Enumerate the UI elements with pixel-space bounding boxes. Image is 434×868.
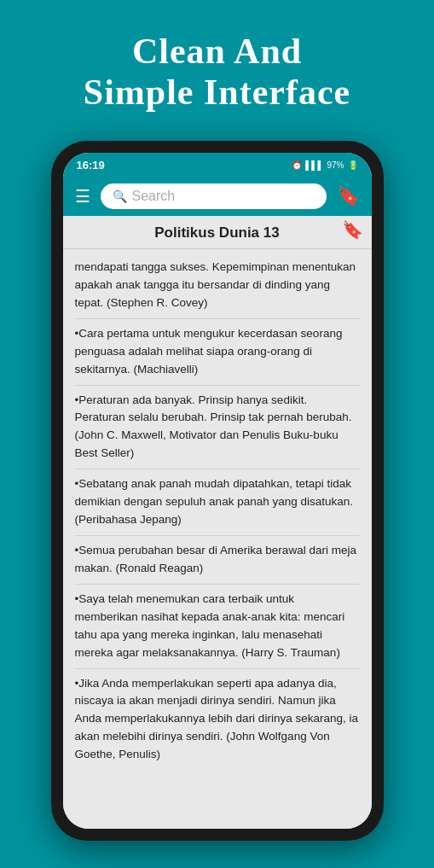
phone-screen: 16:19 ⏰ ▌▌▌ 97% 🔋 ☰ 🔍 Search 🔖 🔖 Politik… xyxy=(63,153,372,829)
top-bar: ☰ 🔍 Search 🔖 xyxy=(63,177,372,216)
status-icons: ⏰ ▌▌▌ 97% 🔋 xyxy=(292,160,357,170)
quotes-list: mendapati tangga sukses. Kepemimpinan me… xyxy=(63,249,372,814)
quote-item: •Semua perubahan besar di Amerika berawa… xyxy=(75,536,360,585)
content-area: 🔖 Politikus Dunia 13 mendapati tangga su… xyxy=(63,216,372,829)
book-title: Politikus Dunia 13 xyxy=(63,216,372,249)
hamburger-icon[interactable]: ☰ xyxy=(72,183,94,210)
header-area: Clean And Simple Interface xyxy=(0,0,434,148)
signal-icon: ▌▌▌ xyxy=(305,160,323,170)
quote-item: mendapati tangga sukses. Kepemimpinan me… xyxy=(75,253,360,319)
battery-icon: 🔋 xyxy=(348,160,358,170)
search-placeholder: Search xyxy=(132,189,176,204)
quote-item: •Sebatang anak panah mudah dipatahkan, t… xyxy=(75,469,360,536)
status-time: 16:19 xyxy=(77,159,105,172)
search-icon: 🔍 xyxy=(113,189,127,204)
header-line1: Clean And xyxy=(132,32,302,71)
quote-item: •Jika Anda memperlakukan seperti apa ada… xyxy=(75,669,360,771)
quote-item: •Peraturan ada banyak. Prinsip hanya sed… xyxy=(75,386,360,470)
quote-item: •Saya telah menemukan cara terbaik untuk… xyxy=(75,585,360,669)
header-line2: Simple Interface xyxy=(84,73,350,112)
quote-item: •Cara pertama untuk mengukur kecerdasan … xyxy=(75,319,360,386)
battery-level: 97% xyxy=(327,160,344,170)
bookmark-icon[interactable]: 🔖 xyxy=(333,182,363,211)
phone-frame: 16:19 ⏰ ▌▌▌ 97% 🔋 ☰ 🔍 Search 🔖 🔖 Politik… xyxy=(51,141,384,841)
search-box[interactable]: 🔍 Search xyxy=(101,184,327,209)
status-bar: 16:19 ⏰ ▌▌▌ 97% 🔋 xyxy=(63,153,372,177)
alarm-icon: ⏰ xyxy=(292,160,302,170)
content-bookmark-icon[interactable]: 🔖 xyxy=(342,219,363,240)
